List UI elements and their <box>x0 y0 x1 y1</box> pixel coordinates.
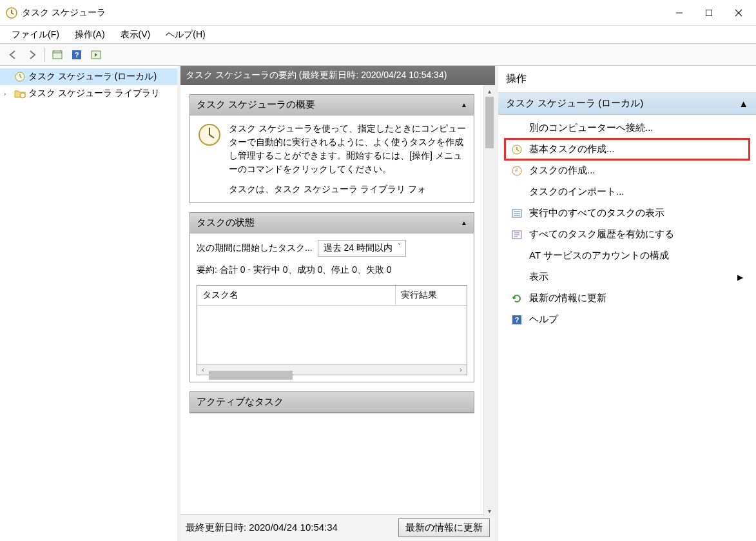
svg-text:?: ? <box>75 51 79 59</box>
action-help[interactable]: ? ヘルプ <box>505 309 750 330</box>
tree-root-node[interactable]: タスク スケジューラ (ローカル) <box>0 68 177 85</box>
action-view-submenu[interactable]: 表示 ▶ <box>505 266 750 288</box>
chevron-right-icon: ▶ <box>737 273 743 282</box>
window-controls <box>664 3 753 23</box>
active-tasks-head[interactable]: アクティブなタスク <box>190 392 474 413</box>
action-show-running-tasks[interactable]: 実行中のすべてのタスクの表示 <box>505 202 750 224</box>
scroll-down-icon[interactable]: ▾ <box>484 505 495 516</box>
list-icon <box>511 208 523 219</box>
overview-body: タスク スケジューラを使って、指定したときにコンピューターで自動的に実行されるよ… <box>229 122 467 176</box>
toolbar-separator <box>44 48 45 62</box>
status-period-label: 次の期間に開始したタスク... <box>197 242 313 254</box>
help-icon: ? <box>511 314 523 326</box>
col-task-result[interactable]: 実行結果 <box>396 286 467 305</box>
status-title: タスクの状態 <box>197 217 255 229</box>
action-label: 表示 <box>529 271 548 283</box>
blank-icon <box>511 186 523 198</box>
active-tasks-section: アクティブなタスク <box>189 391 474 413</box>
blank-icon <box>511 123 523 134</box>
status-period-select[interactable]: 過去 24 時間以内 <box>318 240 406 257</box>
actions-list: 別のコンピューターへ接続... 基本タスクの作成... タスクの作成... タス… <box>498 115 756 333</box>
action-label: 基本タスクの作成... <box>529 143 615 155</box>
scroll-thumb[interactable] <box>209 371 293 380</box>
menubar: ファイル(F) 操作(A) 表示(V) ヘルプ(H) <box>0 26 756 44</box>
task-table-header: タスク名 実行結果 <box>197 286 467 306</box>
action-import-task[interactable]: タスクのインポート... <box>505 181 750 202</box>
center-pane: タスク スケジューラの要約 (最終更新日時: 2020/04/24 10:54:… <box>180 66 498 541</box>
center-vscroll[interactable]: ▴ ▾ <box>483 85 495 516</box>
action-label: 実行中のすべてのタスクの表示 <box>529 207 664 219</box>
clock-icon <box>14 71 26 83</box>
scroll-up-icon[interactable]: ▴ <box>484 85 495 97</box>
minimize-button[interactable] <box>664 3 694 23</box>
overview-section: タスク スケジューラの概要 ▲ タスク スケジューラを使って、指定したときにコン… <box>189 94 474 203</box>
tree-expand-icon[interactable]: › <box>4 90 12 97</box>
actions-group-title: タスク スケジューラ (ローカル) <box>506 97 643 110</box>
overview-content: タスク スケジューラを使って、指定したときにコンピューターで自動的に実行されるよ… <box>190 115 474 202</box>
refresh-icon <box>511 293 523 304</box>
nav-back-button[interactable] <box>4 46 22 64</box>
status-summary: 要約: 合計 0 - 実行中 0、成功 0、停止 0、失敗 0 <box>197 264 467 276</box>
overview-section-head[interactable]: タスク スケジューラの概要 ▲ <box>190 95 474 115</box>
vscroll-thumb[interactable] <box>485 97 494 148</box>
maximize-button[interactable] <box>694 3 724 23</box>
toolbar-properties-button[interactable] <box>48 46 66 64</box>
action-at-account-config[interactable]: AT サービスのアカウントの構成 <box>505 245 750 266</box>
status-section-head[interactable]: タスクの状態 ▲ <box>190 213 474 233</box>
main-area: タスク スケジューラ (ローカル) › タスク スケジューラ ライブラリ タスク… <box>0 66 756 541</box>
action-label: 別のコンピューターへ接続... <box>529 122 654 134</box>
collapse-caret-icon: ▲ <box>461 219 467 226</box>
task-new-icon <box>511 165 523 177</box>
nav-forward-button[interactable] <box>23 46 41 64</box>
titlebar: タスク スケジューラ <box>0 0 756 26</box>
app-clock-icon <box>5 6 18 19</box>
action-label: タスクのインポート... <box>529 186 625 198</box>
toolbar: ? <box>0 44 756 66</box>
action-label: ヘルプ <box>529 313 558 326</box>
action-label: 最新の情報に更新 <box>529 292 606 304</box>
toolbar-help-button[interactable]: ? <box>68 46 86 64</box>
toolbar-panel-button[interactable] <box>87 46 105 64</box>
window-title: タスク スケジューラ <box>22 7 664 19</box>
action-refresh[interactable]: 最新の情報に更新 <box>505 288 750 309</box>
task-table-body <box>197 306 467 364</box>
task-table: タスク名 実行結果 ‹ › <box>197 285 467 375</box>
blank-icon <box>511 271 523 283</box>
action-create-task[interactable]: タスクの作成... <box>505 160 750 181</box>
overview-title: タスク スケジューラの概要 <box>197 99 315 111</box>
menu-file[interactable]: ファイル(F) <box>4 26 67 43</box>
scroll-left-icon[interactable]: ‹ <box>197 366 209 373</box>
svg-rect-5 <box>53 51 62 59</box>
close-button[interactable] <box>724 3 753 23</box>
status-content: 次の期間に開始したタスク... 過去 24 時間以内 要約: 合計 0 - 実行… <box>190 233 474 382</box>
active-tasks-title: アクティブなタスク <box>197 396 284 408</box>
action-connect-computer[interactable]: 別のコンピューターへ接続... <box>505 117 750 139</box>
tree-pane: タスク スケジューラ (ローカル) › タスク スケジューラ ライブラリ <box>0 66 180 541</box>
collapse-caret-icon: ▲ <box>739 98 748 109</box>
clock-new-icon <box>511 144 523 155</box>
history-icon <box>511 229 523 241</box>
menu-help[interactable]: ヘルプ(H) <box>158 26 213 43</box>
last-update-label: 最終更新日時: 2020/04/24 10:54:34 <box>186 522 393 534</box>
collapse-caret-icon: ▲ <box>461 101 467 108</box>
tree-library-label: タスク スケジューラ ライブラリ <box>28 88 160 99</box>
clock-large-icon <box>197 122 222 148</box>
refresh-button[interactable]: 最新の情報に更新 <box>398 518 490 537</box>
action-enable-history[interactable]: すべてのタスク履歴を有効にする <box>505 224 750 245</box>
action-label: AT サービスのアカウントの構成 <box>529 250 669 262</box>
scroll-right-icon[interactable]: › <box>455 366 467 373</box>
action-create-basic-task[interactable]: 基本タスクの作成... <box>505 139 750 160</box>
blank-icon <box>511 250 523 262</box>
svg-rect-2 <box>706 10 712 15</box>
task-table-hscroll[interactable]: ‹ › <box>197 364 467 375</box>
actions-group-head[interactable]: タスク スケジューラ (ローカル) ▲ <box>498 93 756 115</box>
tree-library-node[interactable]: › タスク スケジューラ ライブラリ <box>0 85 177 102</box>
center-header: タスク スケジューラの要約 (最終更新日時: 2020/04/24 10:54:… <box>180 66 495 85</box>
action-label: タスクの作成... <box>529 164 596 177</box>
svg-text:?: ? <box>515 316 519 324</box>
menu-action[interactable]: 操作(A) <box>67 26 113 43</box>
menu-view[interactable]: 表示(V) <box>113 26 159 43</box>
col-task-name[interactable]: タスク名 <box>197 286 396 305</box>
svg-point-11 <box>20 93 25 98</box>
overview-body2: タスクは、タスク スケジューラ ライブラリ フォ <box>229 182 467 196</box>
